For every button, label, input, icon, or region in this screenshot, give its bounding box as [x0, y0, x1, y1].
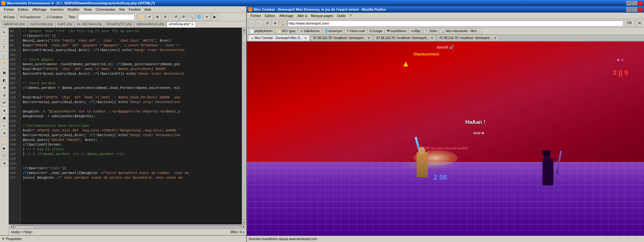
file-tab-1[interactable]: monCombat.php: [27, 22, 55, 27]
ff-url-input[interactable]: [287, 20, 623, 26]
menu-modifier[interactable]: Modifier: [66, 7, 82, 12]
bookmark-salle[interactable]: ⚔ SalleArmes: [298, 28, 321, 34]
score-bottom: 2 08: [434, 173, 447, 182]
tool-spry[interactable]: SP: [1, 99, 8, 106]
file-tab-active[interactable]: echolGray.php* ✕: [167, 22, 196, 27]
ff-reload-btn[interactable]: ↺: [264, 20, 271, 27]
scroll-h-thumb[interactable]: [15, 226, 34, 228]
toolbar-icon2[interactable]: ✔: [146, 14, 153, 20]
creation-btn[interactable]: ◱ Création: [44, 14, 65, 20]
tool-asc[interactable]: ⊛: [1, 130, 8, 136]
ff-forward-btn[interactable]: ►: [256, 20, 263, 27]
restore-btn[interactable]: □: [632, 1, 637, 5]
menu-insertion[interactable]: Insertion: [48, 7, 65, 12]
menu-texte[interactable]: Texte: [82, 7, 94, 12]
tool-hand[interactable]: ✋: [1, 59, 8, 66]
ff-menu-outils[interactable]: Outils: [335, 14, 347, 18]
titre-input[interactable]: [78, 14, 135, 20]
code-content[interactable]: // update `even`='FI' (la fin) Tag FI po…: [21, 28, 242, 224]
bookmark-phpma[interactable]: 📄 phpMyAdmin: [248, 28, 275, 34]
tool-form[interactable]: ☐: [1, 152, 8, 159]
toolbar-icon1[interactable]: ⚡: [138, 14, 145, 20]
tool-template[interactable]: ⊟: [1, 92, 8, 99]
menu-aide[interactable]: Aide: [142, 7, 153, 12]
file-tab-4[interactable]: formatObjTXT.php: [104, 22, 134, 27]
tool-arrow[interactable]: ↖: [1, 29, 8, 36]
scroll-right-btn[interactable]: ►: [242, 225, 246, 229]
bookmark-expeditions[interactable]: 🗺 expéditions: [385, 28, 408, 34]
ff-search-icon[interactable]: ✉: [636, 20, 643, 27]
ff-menu-affichage[interactable]: Affichage: [277, 14, 296, 18]
toolbar-icon5[interactable]: ↺: [172, 14, 179, 20]
ff-tab-2[interactable]: 87.98.216.78 / localhost / domesprit... …: [374, 35, 436, 41]
scroll-up-btn[interactable]: ▲: [242, 28, 246, 32]
ff-menu-marquepages[interactable]: Marque-pages: [309, 14, 335, 18]
toolbar-icon9[interactable]: ✦: [203, 14, 210, 20]
close-btn[interactable]: ✕: [638, 1, 643, 5]
code-line: $sql="UPDATE `cbat_def` SET `gagnant`='$…: [23, 43, 240, 48]
ff-restore-btn[interactable]: □: [632, 7, 637, 12]
ff-menu-fichier[interactable]: Fichier: [249, 14, 263, 18]
ff-menu-help[interactable]: ?: [348, 14, 353, 18]
menu-site[interactable]: Site: [117, 7, 127, 12]
file-tab-5[interactable]: cabosseArmure.php: [134, 22, 167, 27]
tool-invis[interactable]: ◈: [1, 107, 8, 114]
fractionner-btn[interactable]: ⊟ Fractionner: [18, 14, 43, 20]
properties-toggle[interactable]: ▼ Propriétés: [2, 237, 22, 241]
scroll-track: [242, 32, 246, 221]
menu-edition[interactable]: Edition: [16, 7, 31, 12]
menu-fenetre[interactable]: Fenêtre: [127, 7, 142, 12]
toolbar-icon4[interactable]: ⊘: [162, 14, 169, 20]
toolbar-icon10[interactable]: ▶: [211, 14, 218, 20]
tool-head[interactable]: ▣: [1, 114, 8, 121]
bookmark-domesprit[interactable]: 🌐 domesprit: [322, 28, 344, 34]
bookmark-solex[interactable]: 🔧 Solex: [423, 28, 439, 34]
ff-minimize-btn[interactable]: _: [626, 7, 631, 12]
tool-script[interactable]: ◇: [1, 122, 8, 129]
menu-fichier[interactable]: Fichier: [2, 7, 16, 12]
tool-layout[interactable]: ▦: [1, 69, 8, 76]
horizontal-scrollbar[interactable]: ◄ ►: [9, 224, 246, 229]
tool-media[interactable]: ▶: [1, 145, 8, 152]
ff-stop-btn[interactable]: ✕: [272, 20, 279, 27]
ff-go-btn[interactable]: OK: [624, 20, 635, 26]
file-tab-2[interactable]: mainC.php: [55, 22, 75, 27]
bookmark-google[interactable]: G Google: [367, 28, 384, 34]
toolbar-icon3[interactable]: ⊕: [154, 14, 161, 20]
file-tab-0[interactable]: salleArmes.php: [1, 22, 27, 27]
bookmark-monlabo[interactable]: 🔬 Mon laboratoire - Mon ...: [440, 28, 482, 34]
ff-tab-0[interactable]: ⚔ Mon Combat - Domesprit Mon D... ✕: [248, 35, 310, 41]
toolbar-icon8[interactable]: 🌐: [196, 14, 203, 20]
tool-zoom[interactable]: 🔎: [1, 52, 8, 59]
ff-tab-1[interactable]: 87.98.216.78 / localhost / domesprit... …: [310, 35, 373, 41]
scroll-h-track: [13, 225, 242, 228]
ff-title-text: Mon Combat - Domesprit Mon Domovoy, le j…: [254, 8, 626, 11]
menu-commandes[interactable]: Commandes: [94, 7, 117, 12]
scroll-thumb[interactable]: [243, 33, 246, 43]
file-tab-3[interactable]: inc.objChaine.php: [75, 22, 104, 27]
tool-flash[interactable]: ⚡: [1, 137, 8, 144]
minimize-btn[interactable]: _: [626, 1, 631, 5]
code-view-btn[interactable]: ⊞ Code: [1, 14, 17, 20]
tool-frame[interactable]: ⊞: [1, 84, 8, 91]
bookmark-ebay[interactable]: e eBay: [409, 28, 422, 34]
vertical-scrollbar[interactable]: ▲ ▼: [242, 28, 246, 224]
tool-text[interactable]: T: [1, 44, 8, 51]
scroll-down-btn[interactable]: ▼: [242, 221, 246, 224]
code-line: // incré perdant: [23, 81, 240, 86]
ff-back-btn[interactable]: ◄: [248, 20, 255, 27]
ff-home-btn[interactable]: 🏠: [280, 20, 286, 27]
menu-affichage[interactable]: Affichage: [31, 7, 49, 12]
bookmark-dev[interactable]: 📁 DEV igray: [275, 28, 297, 34]
tool-data[interactable]: ⊕: [1, 160, 8, 167]
ff-close-btn[interactable]: ✕: [638, 7, 643, 12]
bookmark-yahoo[interactable]: Y Yahoo mail: [345, 28, 367, 34]
toolbar-icon7[interactable]: 🔍: [188, 14, 195, 20]
ff-menu-aller[interactable]: Aller à: [295, 14, 309, 18]
tool-layer[interactable]: ◧: [1, 77, 8, 84]
ff-menu-edition[interactable]: Edition: [263, 14, 277, 18]
toolbar-icon6[interactable]: ⟳: [180, 14, 187, 20]
ff-tab-3[interactable]: 87.98.216.78 / localhost / domesprit... …: [437, 35, 499, 41]
tool-select[interactable]: ⬚: [1, 37, 8, 43]
scroll-left-btn[interactable]: ◄: [9, 225, 13, 229]
